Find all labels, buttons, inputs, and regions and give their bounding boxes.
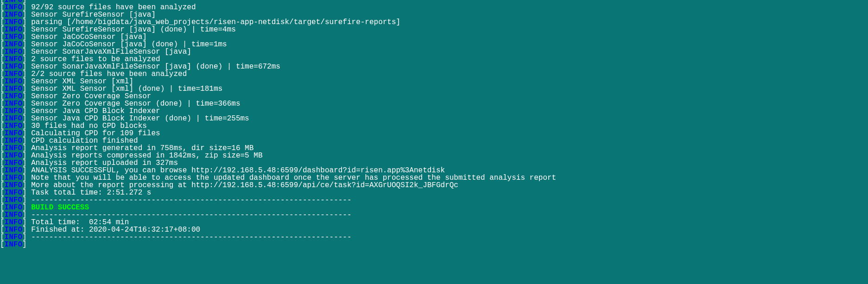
log-line: [INFO] Sensor Zero Coverage Sensor (done…	[0, 100, 868, 107]
log-line: [INFO] Calculating CPD for 109 files	[0, 130, 868, 137]
log-line: [INFO] Analysis reports compressed in 18…	[0, 152, 868, 159]
log-line: [INFO] BUILD SUCCESS	[0, 204, 868, 211]
log-line: [INFO] Sensor SurefireSensor [java]	[0, 11, 868, 19]
log-line: [INFO] Sensor SonarJavaXmlFileSensor [ja…	[0, 48, 868, 56]
log-line: [INFO] Sensor Java CPD Block Indexer	[0, 107, 868, 115]
log-line: [INFO] Total time: 02:54 min	[0, 219, 868, 226]
log-line: [INFO] 2 source files to be analyzed	[0, 56, 868, 63]
log-line: [INFO] Finished at: 2020-04-24T16:32:17+…	[0, 226, 868, 234]
log-line: [INFO] More about the report processing …	[0, 182, 868, 189]
bracket-open: [	[0, 240, 5, 249]
log-line: [INFO] Sensor Java CPD Block Indexer (do…	[0, 115, 868, 122]
log-level: INFO	[5, 240, 22, 249]
log-line: [INFO] parsing [/home/bigdata/java_web_p…	[0, 19, 868, 26]
log-line: [INFO] ANALYSIS SUCCESSFUL, you can brow…	[0, 167, 868, 174]
log-line: [INFO] ---------------------------------…	[0, 234, 868, 241]
log-line: [INFO] Sensor Zero Coverage Sensor	[0, 93, 868, 100]
log-line: [INFO] 30 files had no CPD blocks	[0, 122, 868, 130]
log-line: [INFO] ---------------------------------…	[0, 211, 868, 219]
log-line: [INFO] Sensor SonarJavaXmlFileSensor [ja…	[0, 63, 868, 70]
log-line: [INFO] ---------------------------------…	[0, 196, 868, 204]
log-line: [INFO] 92/92 source files have been anal…	[0, 4, 868, 11]
log-line: [INFO] Note that you will be able to acc…	[0, 174, 868, 182]
log-line: [INFO] Sensor JaCoCoSensor [java] (done)…	[0, 41, 868, 48]
log-line: [INFO] Sensor XML Sensor [xml] (done) | …	[0, 85, 868, 93]
terminal-output: [INFO] [INFO] 92/92 source files have be…	[0, 0, 868, 248]
log-line: [INFO] Sensor JaCoCoSensor [java]	[0, 33, 868, 41]
log-line: [INFO] Analysis report generated in 758m…	[0, 145, 868, 152]
log-message: ----------------------------------------…	[31, 233, 351, 241]
log-line: [INFO] CPD calculation finished	[0, 137, 868, 145]
log-line: [INFO]	[0, 241, 868, 248]
log-line: [INFO] 2/2 source files have been analyz…	[0, 70, 868, 78]
bracket-close: ]	[22, 240, 31, 249]
log-line: [INFO] Task total time: 2:51.272 s	[0, 189, 868, 196]
log-line: [INFO] Sensor XML Sensor [xml]	[0, 78, 868, 85]
log-line: [INFO] Sensor SurefireSensor [java] (don…	[0, 26, 868, 33]
log-line: [INFO] Analysis report uploaded in 327ms	[0, 159, 868, 167]
